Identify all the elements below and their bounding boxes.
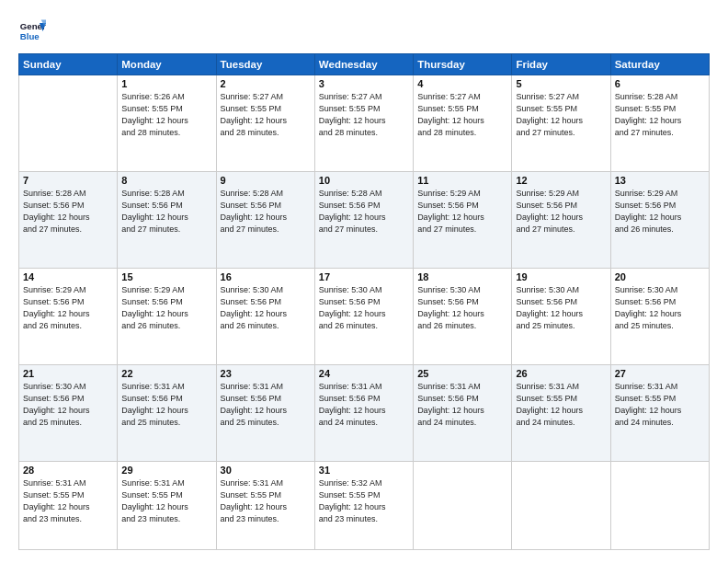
cell-info: Sunrise: 5:29 AM Sunset: 5:56 PM Dayligh…: [516, 188, 606, 236]
cell-info: Sunrise: 5:27 AM Sunset: 5:55 PM Dayligh…: [516, 91, 606, 139]
calendar-cell: 25Sunrise: 5:31 AM Sunset: 5:56 PM Dayli…: [414, 364, 512, 461]
day-number: 5: [516, 78, 606, 89]
cell-info: Sunrise: 5:31 AM Sunset: 5:55 PM Dayligh…: [615, 381, 705, 429]
day-number: 1: [121, 78, 211, 89]
cell-info: Sunrise: 5:27 AM Sunset: 5:55 PM Dayligh…: [319, 91, 409, 139]
cell-info: Sunrise: 5:30 AM Sunset: 5:56 PM Dayligh…: [319, 284, 409, 332]
day-number: 15: [121, 271, 211, 282]
cell-info: Sunrise: 5:28 AM Sunset: 5:56 PM Dayligh…: [23, 188, 113, 236]
cell-info: Sunrise: 5:30 AM Sunset: 5:56 PM Dayligh…: [516, 284, 606, 332]
cell-info: Sunrise: 5:28 AM Sunset: 5:56 PM Dayligh…: [221, 188, 311, 236]
logo: General Blue: [18, 17, 46, 44]
calendar-cell: 26Sunrise: 5:31 AM Sunset: 5:55 PM Dayli…: [512, 364, 610, 461]
calendar-cell: 24Sunrise: 5:31 AM Sunset: 5:56 PM Dayli…: [314, 364, 413, 461]
calendar-cell: 14Sunrise: 5:29 AM Sunset: 5:56 PM Dayli…: [19, 268, 118, 364]
calendar-cell: 11Sunrise: 5:29 AM Sunset: 5:56 PM Dayli…: [414, 171, 512, 268]
calendar-week-row: 7Sunrise: 5:28 AM Sunset: 5:56 PM Daylig…: [19, 171, 710, 268]
calendar-cell: 9Sunrise: 5:28 AM Sunset: 5:56 PM Daylig…: [216, 171, 314, 268]
cell-info: Sunrise: 5:31 AM Sunset: 5:56 PM Dayligh…: [319, 381, 409, 429]
cell-info: Sunrise: 5:28 AM Sunset: 5:56 PM Dayligh…: [319, 188, 409, 236]
calendar-cell: 18Sunrise: 5:30 AM Sunset: 5:56 PM Dayli…: [414, 268, 512, 364]
calendar-cell: [414, 461, 512, 549]
cell-info: Sunrise: 5:31 AM Sunset: 5:55 PM Dayligh…: [221, 477, 311, 525]
day-header-sunday: Sunday: [19, 54, 118, 75]
day-number: 18: [417, 271, 507, 282]
calendar-cell: 10Sunrise: 5:28 AM Sunset: 5:56 PM Dayli…: [314, 171, 413, 268]
day-number: 22: [121, 368, 211, 379]
day-number: 30: [221, 465, 311, 476]
calendar-cell: 17Sunrise: 5:30 AM Sunset: 5:56 PM Dayli…: [314, 268, 413, 364]
calendar-cell: 3Sunrise: 5:27 AM Sunset: 5:55 PM Daylig…: [314, 75, 413, 172]
calendar-week-row: 14Sunrise: 5:29 AM Sunset: 5:56 PM Dayli…: [19, 268, 710, 364]
day-number: 17: [319, 271, 409, 282]
cell-info: Sunrise: 5:30 AM Sunset: 5:56 PM Dayligh…: [221, 284, 311, 332]
calendar-cell: 8Sunrise: 5:28 AM Sunset: 5:56 PM Daylig…: [118, 171, 216, 268]
calendar-cell: 31Sunrise: 5:32 AM Sunset: 5:55 PM Dayli…: [314, 461, 413, 549]
cell-info: Sunrise: 5:29 AM Sunset: 5:56 PM Dayligh…: [417, 188, 507, 236]
cell-info: Sunrise: 5:27 AM Sunset: 5:55 PM Dayligh…: [417, 91, 507, 139]
cell-info: Sunrise: 5:31 AM Sunset: 5:55 PM Dayligh…: [121, 477, 211, 525]
header: General Blue: [18, 17, 710, 44]
day-header-saturday: Saturday: [610, 54, 709, 75]
day-number: 12: [516, 175, 606, 186]
day-number: 16: [221, 271, 311, 282]
calendar-week-row: 21Sunrise: 5:30 AM Sunset: 5:56 PM Dayli…: [19, 364, 710, 461]
day-number: 23: [221, 368, 311, 379]
cell-info: Sunrise: 5:26 AM Sunset: 5:55 PM Dayligh…: [121, 91, 211, 139]
day-number: 4: [417, 78, 507, 89]
cell-info: Sunrise: 5:31 AM Sunset: 5:56 PM Dayligh…: [221, 381, 311, 429]
calendar-cell: 15Sunrise: 5:29 AM Sunset: 5:56 PM Dayli…: [118, 268, 216, 364]
calendar-cell: 13Sunrise: 5:29 AM Sunset: 5:56 PM Dayli…: [610, 171, 709, 268]
cell-info: Sunrise: 5:31 AM Sunset: 5:55 PM Dayligh…: [23, 477, 113, 525]
calendar-cell: [610, 461, 709, 549]
day-header-tuesday: Tuesday: [216, 54, 314, 75]
cell-info: Sunrise: 5:29 AM Sunset: 5:56 PM Dayligh…: [121, 284, 211, 332]
calendar-cell: 4Sunrise: 5:27 AM Sunset: 5:55 PM Daylig…: [414, 75, 512, 172]
calendar-table: SundayMondayTuesdayWednesdayThursdayFrid…: [18, 53, 710, 550]
day-number: 10: [319, 175, 409, 186]
calendar-cell: 27Sunrise: 5:31 AM Sunset: 5:55 PM Dayli…: [610, 364, 709, 461]
day-number: 20: [615, 271, 705, 282]
day-number: 14: [23, 271, 113, 282]
calendar-cell: 2Sunrise: 5:27 AM Sunset: 5:55 PM Daylig…: [216, 75, 314, 172]
day-number: 13: [615, 175, 705, 186]
day-number: 29: [121, 465, 211, 476]
day-header-wednesday: Wednesday: [314, 54, 413, 75]
calendar-cell: 19Sunrise: 5:30 AM Sunset: 5:56 PM Dayli…: [512, 268, 610, 364]
day-header-friday: Friday: [512, 54, 610, 75]
cell-info: Sunrise: 5:28 AM Sunset: 5:56 PM Dayligh…: [121, 188, 211, 236]
calendar-cell: 29Sunrise: 5:31 AM Sunset: 5:55 PM Dayli…: [118, 461, 216, 549]
calendar-cell: 23Sunrise: 5:31 AM Sunset: 5:56 PM Dayli…: [216, 364, 314, 461]
calendar-cell: 1Sunrise: 5:26 AM Sunset: 5:55 PM Daylig…: [118, 75, 216, 172]
calendar-cell: 30Sunrise: 5:31 AM Sunset: 5:55 PM Dayli…: [216, 461, 314, 549]
day-number: 8: [121, 175, 211, 186]
calendar-header-row: SundayMondayTuesdayWednesdayThursdayFrid…: [19, 54, 710, 75]
calendar-cell: 20Sunrise: 5:30 AM Sunset: 5:56 PM Dayli…: [610, 268, 709, 364]
calendar-cell: 22Sunrise: 5:31 AM Sunset: 5:56 PM Dayli…: [118, 364, 216, 461]
calendar-cell: [19, 75, 118, 172]
day-number: 25: [417, 368, 507, 379]
cell-info: Sunrise: 5:29 AM Sunset: 5:56 PM Dayligh…: [23, 284, 113, 332]
day-number: 6: [615, 78, 705, 89]
cell-info: Sunrise: 5:31 AM Sunset: 5:55 PM Dayligh…: [516, 381, 606, 429]
day-number: 31: [319, 465, 409, 476]
day-number: 2: [221, 78, 311, 89]
calendar-cell: 5Sunrise: 5:27 AM Sunset: 5:55 PM Daylig…: [512, 75, 610, 172]
calendar-week-row: 28Sunrise: 5:31 AM Sunset: 5:55 PM Dayli…: [19, 461, 710, 549]
day-number: 27: [615, 368, 705, 379]
calendar-cell: 21Sunrise: 5:30 AM Sunset: 5:56 PM Dayli…: [19, 364, 118, 461]
day-number: 24: [319, 368, 409, 379]
day-number: 9: [221, 175, 311, 186]
calendar-cell: 16Sunrise: 5:30 AM Sunset: 5:56 PM Dayli…: [216, 268, 314, 364]
calendar-cell: 12Sunrise: 5:29 AM Sunset: 5:56 PM Dayli…: [512, 171, 610, 268]
day-number: 7: [23, 175, 113, 186]
cell-info: Sunrise: 5:29 AM Sunset: 5:56 PM Dayligh…: [615, 188, 705, 236]
cell-info: Sunrise: 5:31 AM Sunset: 5:56 PM Dayligh…: [417, 381, 507, 429]
cell-info: Sunrise: 5:27 AM Sunset: 5:55 PM Dayligh…: [221, 91, 311, 139]
cell-info: Sunrise: 5:28 AM Sunset: 5:55 PM Dayligh…: [615, 91, 705, 139]
day-number: 28: [23, 465, 113, 476]
cell-info: Sunrise: 5:30 AM Sunset: 5:56 PM Dayligh…: [23, 381, 113, 429]
day-number: 11: [417, 175, 507, 186]
day-number: 3: [319, 78, 409, 89]
page: General Blue SundayMondayTuesdayWednesda…: [0, 0, 728, 563]
